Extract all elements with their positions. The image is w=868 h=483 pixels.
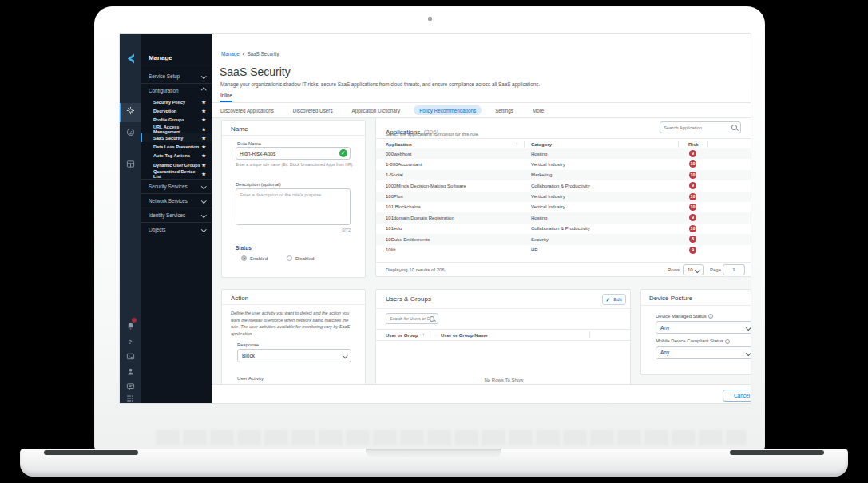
favorite-star-icon[interactable]: ★ bbox=[202, 163, 206, 168]
info-icon[interactable]: i bbox=[725, 339, 730, 344]
nav-section[interactable]: Objects bbox=[141, 222, 212, 236]
application-search-input[interactable] bbox=[664, 125, 731, 130]
help-icon[interactable]: ? bbox=[120, 335, 141, 349]
col-category[interactable]: Category bbox=[531, 142, 552, 147]
response-select[interactable]: Block bbox=[237, 349, 351, 362]
table-row[interactable]: 1000Minds Decision-Making Software Colla… bbox=[376, 180, 751, 191]
rule-name-input[interactable] bbox=[240, 151, 347, 156]
console-icon[interactable] bbox=[120, 349, 141, 363]
favorite-star-icon[interactable]: ★ bbox=[202, 145, 206, 149]
gear-icon[interactable] bbox=[120, 105, 141, 119]
table-row[interactable]: 1-800Accountant Vertical Industry 10 bbox=[376, 159, 751, 169]
risk-badge: 8 bbox=[689, 236, 696, 243]
brand-logo[interactable] bbox=[120, 49, 141, 67]
nav-section[interactable]: Identity Services bbox=[141, 208, 212, 222]
monitor-gauge-icon[interactable] bbox=[120, 125, 141, 139]
nav-item[interactable]: Data Loss Prevention ★ bbox=[141, 142, 212, 151]
col-user-or-group-name[interactable]: User or Group Name bbox=[441, 333, 488, 338]
col-application[interactable]: Application bbox=[386, 142, 412, 147]
nav-section-configuration[interactable]: Configuration bbox=[141, 83, 212, 97]
tab[interactable]: Settings bbox=[489, 105, 519, 115]
apps-grid-icon[interactable] bbox=[120, 391, 141, 403]
name-panel-title: Name bbox=[231, 125, 248, 133]
users-search-input[interactable] bbox=[390, 316, 430, 321]
nav-section[interactable]: Security Services bbox=[141, 179, 212, 193]
nav-item[interactable]: Decryption ★ bbox=[141, 106, 212, 115]
table-row[interactable]: 101 Blockchains Vertical Industry 10 bbox=[376, 202, 751, 212]
chevron-down-icon bbox=[201, 73, 206, 78]
chevron-down-icon bbox=[343, 353, 347, 358]
secondary-tabs: Discovered Applications Discovered Users… bbox=[215, 103, 549, 117]
favorite-star-icon[interactable]: ★ bbox=[202, 100, 206, 105]
app-screen: ? Manage Service Setup Configuration bbox=[120, 34, 751, 403]
risk-badge: 9 bbox=[689, 214, 696, 221]
favorite-star-icon[interactable]: ★ bbox=[202, 127, 206, 132]
info-icon[interactable]: i bbox=[708, 314, 713, 319]
table-row[interactable]: 10lift HR 9 bbox=[376, 245, 751, 255]
chevron-down-icon bbox=[746, 325, 751, 330]
action-panel: Action Define the user activity you want… bbox=[221, 289, 366, 397]
table-row[interactable]: 100Plus Vertical Industry 10 bbox=[376, 192, 751, 202]
nav-section[interactable]: Network Services bbox=[141, 193, 212, 208]
notifications-bell-icon[interactable] bbox=[120, 319, 141, 333]
favorite-star-icon[interactable]: ★ bbox=[202, 109, 206, 113]
page-input[interactable] bbox=[727, 267, 741, 272]
cancel-button[interactable]: Cancel bbox=[723, 390, 751, 402]
nav-section-service-setup[interactable]: Service Setup bbox=[141, 69, 212, 83]
chevron-up-icon bbox=[201, 88, 206, 93]
device-posture-fields: Device Managed Statusi Any Mobile Device… bbox=[656, 314, 751, 364]
nav-item[interactable]: Dynamic User Groups ★ bbox=[141, 160, 212, 169]
rule-name-input-wrap: ✓ bbox=[236, 147, 351, 160]
nav-item[interactable]: Quarantined Device List ★ bbox=[141, 169, 212, 178]
breadcrumb-manage-link[interactable]: Manage bbox=[221, 51, 240, 57]
nav-item[interactable]: Profile Groups ★ bbox=[141, 116, 212, 125]
favorite-star-icon[interactable]: ★ bbox=[202, 136, 206, 141]
col-user-or-group[interactable]: User or Group bbox=[386, 333, 418, 338]
valid-check-icon: ✓ bbox=[339, 149, 347, 157]
laptop-keyboard bbox=[156, 430, 747, 445]
tab[interactable]: More bbox=[527, 105, 549, 115]
description-textarea[interactable] bbox=[236, 188, 351, 225]
icon-rail: ? bbox=[120, 34, 141, 403]
table-row[interactable]: 000webhost Hosting 9 bbox=[376, 148, 751, 159]
table-row[interactable]: 1-Social Marketing 10 bbox=[376, 170, 751, 180]
sort-asc-icon[interactable]: ↑ bbox=[516, 141, 518, 146]
nav-item[interactable]: Auto-Tag Actions ★ bbox=[141, 152, 212, 160]
empty-state-text: No Rows To Show bbox=[376, 378, 631, 382]
col-risk[interactable]: Risk bbox=[688, 142, 699, 147]
nav-item[interactable]: SaaS Security ★ bbox=[141, 133, 212, 142]
user-icon[interactable] bbox=[120, 364, 141, 378]
favorite-star-icon[interactable]: ★ bbox=[202, 153, 206, 158]
pencil-icon bbox=[606, 297, 611, 302]
tab[interactable]: Application Dictionary bbox=[347, 105, 406, 115]
form-footer: Cancel bbox=[212, 384, 751, 403]
dashboard-grid-icon[interactable] bbox=[120, 156, 141, 171]
table-row[interactable]: 101domain Domain Registration Hosting 9 bbox=[376, 212, 751, 223]
favorite-star-icon[interactable]: ★ bbox=[202, 117, 206, 122]
status-radio-option[interactable]: Disabled bbox=[287, 255, 314, 261]
applications-table-body: 000webhost Hosting 9 1-800Accountant Ver… bbox=[376, 148, 751, 255]
applications-subtitle: Select the applications to monitor for t… bbox=[386, 132, 479, 137]
radio-icon[interactable] bbox=[287, 255, 292, 261]
divider bbox=[376, 308, 631, 309]
nav-item[interactable]: Security Policy ★ bbox=[141, 97, 212, 106]
favorite-star-icon[interactable]: ★ bbox=[202, 172, 206, 176]
posture-select[interactable]: Any bbox=[656, 346, 751, 359]
posture-select[interactable]: Any bbox=[656, 321, 751, 334]
table-row[interactable]: 10Duke Entitlements Security 8 bbox=[376, 234, 751, 244]
rows-per-page-select[interactable]: 10 bbox=[683, 264, 704, 275]
tab-inline[interactable]: Inline bbox=[220, 93, 232, 102]
status-radio-option[interactable]: Enabled bbox=[241, 255, 268, 261]
tab[interactable]: Discovered Users bbox=[287, 105, 339, 115]
action-description: Define the user activity you want to det… bbox=[231, 310, 352, 337]
sort-asc-icon[interactable]: ↑ bbox=[422, 332, 425, 337]
posture-field: Mobile Device Compliant Statusi Any bbox=[656, 338, 751, 356]
edit-button[interactable]: Edit bbox=[602, 294, 626, 305]
table-row[interactable]: 101edu Collaboration & Productivity 10 bbox=[376, 224, 751, 234]
column-divider bbox=[707, 141, 708, 148]
nav-item[interactable]: URL Access Management ★ bbox=[141, 125, 212, 133]
tab[interactable]: Discovered Applications bbox=[215, 105, 279, 115]
radio-icon[interactable] bbox=[241, 255, 247, 261]
base-notch bbox=[366, 449, 501, 457]
tab[interactable]: Policy Recommendations bbox=[414, 105, 482, 115]
